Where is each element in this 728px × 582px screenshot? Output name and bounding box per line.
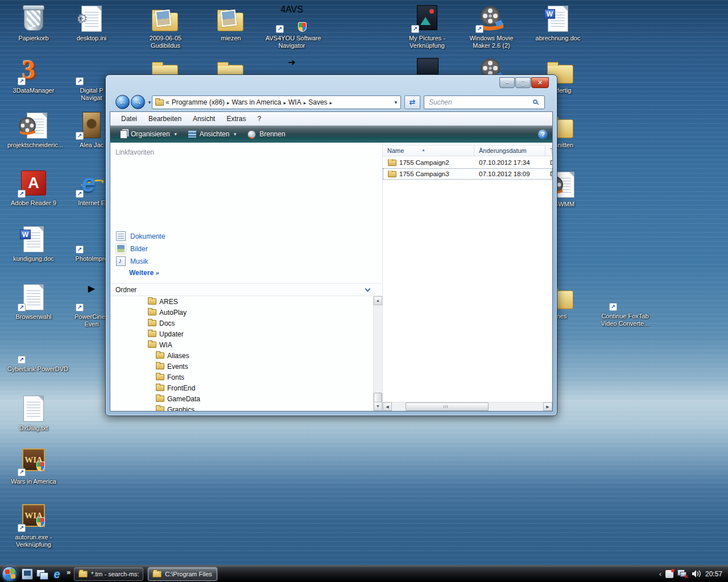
refresh-button[interactable]: ⇄: [404, 95, 420, 109]
menu-item-extras[interactable]: Extras: [221, 113, 251, 124]
desktop-icon-label: desktop.ini: [65, 35, 118, 42]
desktop-icon-kundigung-doc[interactable]: Wkundigung.doc: [7, 225, 60, 263]
sidebar-item-musik[interactable]: Musik: [114, 255, 150, 267]
volume-icon[interactable]: [692, 569, 701, 578]
horizontal-scrollbar-thumb[interactable]: [406, 402, 489, 411]
network-disconnected-icon[interactable]: [677, 569, 688, 578]
burn-disc-icon: [247, 130, 256, 139]
desktop-icon-projektschneideric[interactable]: projektschneideric...: [7, 111, 60, 149]
breadcrumb-item[interactable]: WIA: [286, 98, 304, 106]
wia-icon: WIA↗: [18, 448, 49, 476]
desktop-icon-my-pictures[interactable]: ↗My Pictures -Verknüpfung: [401, 5, 453, 49]
chevron-down-icon: [365, 286, 371, 292]
desktop-icon-3datamanager[interactable]: 3↗3DataManager: [7, 57, 60, 94]
ie-icon: e↗: [76, 169, 107, 198]
burn-button[interactable]: Brennen: [242, 128, 290, 141]
tray-expand-icon[interactable]: ‹: [659, 570, 661, 578]
start-button[interactable]: [2, 566, 18, 582]
desktop-icon-autorun-exe[interactable]: WIA↗autorun.exe -Verknüpfung: [7, 504, 60, 548]
history-dropdown-icon[interactable]: ▼: [147, 100, 152, 105]
breadcrumb-item[interactable]: Saves: [306, 98, 329, 106]
wia-icon: WIA↗: [18, 504, 49, 532]
table-row[interactable]: 1755 Campaign307.10.2012 18:09Da: [383, 168, 552, 180]
table-row[interactable]: 1755 Campaign207.10.2012 17:34Da: [383, 157, 552, 168]
scroll-left-icon[interactable]: ◀: [383, 402, 392, 411]
desktop-icon-wars-in-america[interactable]: WIA↗Wars in America: [7, 448, 60, 485]
desktop-icon-avs4you-software[interactable]: 4AVS↗AVS4YOU SoftwareNavigator: [266, 5, 318, 49]
desktop-icon-adobe-reader-9[interactable]: A↗Adobe Reader 9: [7, 169, 60, 207]
maximize-button[interactable]: ▢: [515, 77, 531, 88]
picfolder-icon: [215, 5, 247, 33]
switch-windows-icon[interactable]: [36, 568, 48, 580]
desktop-icon-papierkorb[interactable]: Papierkorb: [7, 5, 60, 42]
show-desktop-icon[interactable]: [22, 568, 33, 580]
file-rows: 1755 Campaign207.10.2012 17:34Da1755 Cam…: [383, 157, 552, 180]
sidebar-item-dokumente[interactable]: Dokumente: [114, 230, 167, 242]
taskbar-button[interactable]: C:\Program Files (x8...: [148, 567, 217, 581]
minimize-button[interactable]: –: [499, 77, 515, 88]
desktop-icon-continue-foxtab[interactable]: ↗Continue FoxTabVideo Converte...: [599, 282, 651, 327]
scroll-up-icon[interactable]: ▲: [374, 296, 382, 305]
tree-item-wia[interactable]: WIA: [110, 339, 373, 350]
breadcrumb[interactable]: Programme (x86)Wars in AmericaWIASaves ▼: [152, 95, 401, 109]
close-button[interactable]: ✕: [531, 77, 549, 88]
sidebar-more-link[interactable]: Weitere »: [129, 269, 159, 277]
desktop-icon-label: CyberLink PowerDVD: [7, 365, 60, 373]
menu-item-bearbeiten[interactable]: Bearbeiten: [143, 113, 187, 124]
tree-item-fonts[interactable]: Fonts: [110, 372, 373, 383]
help-icon[interactable]: ?: [538, 130, 548, 139]
column-header-name[interactable]: Name ▲: [383, 146, 474, 156]
search-input[interactable]: [424, 96, 544, 109]
scroll-right-icon[interactable]: ▶: [543, 402, 552, 411]
tree-item-docs[interactable]: Docs: [110, 318, 373, 329]
back-button[interactable]: ←: [115, 95, 130, 109]
scroll-down-icon[interactable]: ▼: [374, 402, 382, 411]
horizontal-scrollbar[interactable]: ◀ ▶: [383, 402, 552, 411]
desktop-icon-label: 2009-06-05Gudibildus: [139, 35, 192, 49]
explorer-folder-icon: [78, 571, 88, 577]
desktop-icon-cyberlink-powerdvd[interactable]: ↗CyberLink PowerDVD: [7, 335, 60, 373]
organize-button[interactable]: Organisieren▼: [115, 128, 183, 141]
internet-explorer-icon[interactable]: e: [51, 568, 63, 580]
tree-item-gamedata[interactable]: GameData: [110, 393, 373, 404]
tree-scrollbar[interactable]: ▲ ▼: [373, 296, 382, 411]
tree-item-frontend[interactable]: FrontEnd: [110, 383, 373, 393]
desktop-icon-windows-movie[interactable]: ↗Windows MovieMaker 2.6 (2): [465, 5, 518, 49]
tree-item-ares[interactable]: ARES: [110, 296, 373, 307]
views-button[interactable]: Ansichten▼: [183, 128, 243, 140]
tree-item-aliases[interactable]: Aliases: [110, 350, 373, 361]
desktop-icon-2009-06-05[interactable]: 2009-06-05Gudibildus: [139, 5, 192, 49]
tree-item-graphics[interactable]: Graphics: [110, 404, 373, 411]
breadcrumb-item[interactable]: Programme (x86): [169, 98, 227, 106]
quicklaunch-overflow-icon[interactable]: »: [67, 568, 71, 576]
breadcrumb-item[interactable]: Wars in America: [230, 98, 284, 106]
tray-app-icon[interactable]: [665, 570, 673, 578]
folders-band[interactable]: Ordner: [110, 283, 382, 296]
cell-name: 1755 Campaign3: [383, 171, 474, 177]
tree-item-events[interactable]: Events: [110, 361, 373, 372]
menu-item-[interactable]: ?: [252, 113, 266, 124]
taskbar-button[interactable]: *.trn - search-ms:dis...: [74, 567, 143, 581]
desktop-icon-browserwahl[interactable]: ✓✓✓↗Browserwahl: [7, 283, 60, 321]
desktop-icon-abrechnung-doc[interactable]: Wabrechnung.doc: [532, 5, 584, 42]
folder-icon: [155, 99, 164, 106]
shortcut-arrow-icon: ↗: [76, 190, 84, 198]
desktop-icon-dxdiag-txt[interactable]: DxDiag.txt: [7, 394, 60, 432]
address-dropdown-icon[interactable]: ▼: [394, 100, 398, 105]
sidebar-item-bilder[interactable]: Bilder: [114, 243, 150, 255]
menu-item-ansicht[interactable]: Ansicht: [188, 113, 220, 124]
desktop-icon-miezen[interactable]: miezen: [205, 5, 257, 42]
desktop-icon-desktop-ini[interactable]: ⚙desktop.ini: [65, 5, 118, 42]
tree-item-updater[interactable]: Updater: [110, 329, 373, 339]
desktop-icon-label: Adobe Reader 9: [7, 199, 60, 207]
tree-item-autoplay[interactable]: AutoPlay: [110, 307, 373, 318]
forward-button[interactable]: →: [131, 95, 145, 109]
breadcrumb-overflow-icon[interactable]: [166, 98, 169, 106]
breadcrumb-items: Programme (x86)Wars in AmericaWIASaves: [169, 98, 332, 106]
column-header-date[interactable]: Änderungsdatum: [474, 146, 545, 156]
column-header-type[interactable]: Typ: [545, 146, 552, 156]
eagle-icon: ↗: [76, 111, 107, 140]
menu-item-datei[interactable]: Datei: [116, 113, 142, 124]
folder-icon: [148, 298, 156, 305]
system-tray: ‹ 20:57: [659, 569, 728, 578]
